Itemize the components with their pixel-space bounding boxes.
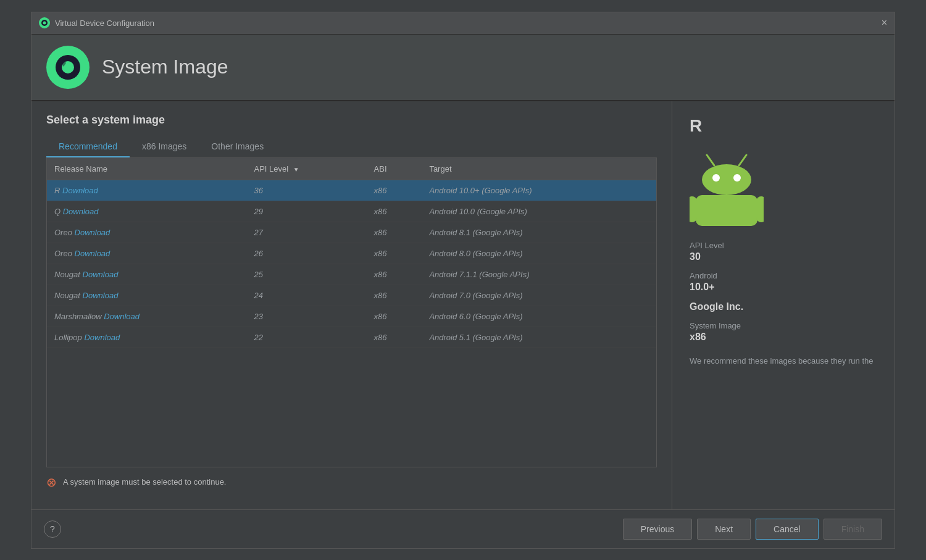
svg-rect-8 <box>702 164 751 195</box>
release-name-text: Oreo <box>54 228 75 237</box>
page-title: System Image <box>102 56 228 78</box>
finish-button[interactable]: Finish <box>824 519 882 540</box>
title-bar-title: Virtual Device Configuration <box>55 19 154 28</box>
warning-text: A system image must be selected to conti… <box>63 477 226 487</box>
abi-cell: x86 <box>367 243 422 264</box>
warning-area: ⊗ A system image must be selected to con… <box>46 467 657 497</box>
left-panel: Select a system image Recommended x86 Im… <box>31 101 672 509</box>
vendor-value: Google Inc. <box>690 301 743 312</box>
api-level-cell: 36 <box>247 180 367 201</box>
android-studio-logo <box>46 46 90 89</box>
download-link[interactable]: Download <box>62 186 98 195</box>
abi-cell: x86 <box>367 285 422 306</box>
download-link[interactable]: Download <box>83 270 119 279</box>
download-link[interactable]: Download <box>75 228 111 237</box>
table-row[interactable]: Oreo Download26x86Android 8.0 (Google AP… <box>47 243 656 264</box>
table-row[interactable]: R Download36x86Android 10.0+ (Google API… <box>47 180 656 201</box>
svg-point-9 <box>712 174 720 182</box>
help-button[interactable]: ? <box>44 520 61 538</box>
footer-left: ? <box>44 520 61 538</box>
col-api-level[interactable]: API Level ▼ <box>247 158 367 180</box>
footer-right: Previous Next Cancel Finish <box>623 519 882 540</box>
table-row[interactable]: Lollipop Download22x86Android 5.1 (Googl… <box>47 327 656 348</box>
release-name-text: Oreo <box>54 249 75 258</box>
abi-cell: x86 <box>367 264 422 285</box>
target-cell: Android 5.1 (Google APIs) <box>422 327 656 348</box>
release-name-text: Lollipop <box>54 333 84 342</box>
target-cell: Android 7.0 (Google APIs) <box>422 285 656 306</box>
section-title: Select a system image <box>46 114 657 127</box>
target-cell: Android 8.1 (Google APIs) <box>422 222 656 243</box>
abi-cell: x86 <box>367 327 422 348</box>
recommend-text: We recommend these images because they r… <box>690 356 873 366</box>
tabs-container: Recommended x86 Images Other Images <box>46 136 657 157</box>
abi-cell: x86 <box>367 222 422 243</box>
col-release-name[interactable]: Release Name <box>47 158 247 180</box>
next-button[interactable]: Next <box>697 519 751 540</box>
close-button[interactable]: × <box>882 18 887 28</box>
target-cell: Android 7.1.1 (Google APIs) <box>422 264 656 285</box>
system-image-label: System Image <box>690 321 741 330</box>
table-row[interactable]: Q Download29x86Android 10.0 (Google APIs… <box>47 201 656 222</box>
download-link[interactable]: Download <box>63 207 99 216</box>
target-cell: Android 6.0 (Google APIs) <box>422 306 656 327</box>
api-level-label: API Level <box>690 241 724 250</box>
cancel-button[interactable]: Cancel <box>756 519 819 540</box>
selected-badge: R <box>690 116 702 136</box>
header-section: System Image <box>31 35 895 101</box>
system-image-table: Release Name API Level ▼ ABI Target <box>46 157 657 467</box>
footer: ? Previous Next Cancel Finish <box>31 509 895 548</box>
download-link[interactable]: Download <box>75 249 111 258</box>
release-name-text: Nougat <box>54 291 83 300</box>
api-level-cell: 22 <box>247 327 367 348</box>
tab-x86images[interactable]: x86 Images <box>130 136 199 157</box>
abi-cell: x86 <box>367 180 422 201</box>
table-row[interactable]: Nougat Download24x86Android 7.0 (Google … <box>47 285 656 306</box>
api-level-cell: 29 <box>247 201 367 222</box>
target-cell: Android 10.0 (Google APIs) <box>422 201 656 222</box>
api-level-cell: 26 <box>247 243 367 264</box>
target-cell: Android 10.0+ (Google APIs) <box>422 180 656 201</box>
android-studio-icon <box>39 17 50 28</box>
title-bar-left: Virtual Device Configuration <box>39 17 154 28</box>
release-name-text: Nougat <box>54 270 83 279</box>
table-row[interactable]: Nougat Download25x86Android 7.1.1 (Googl… <box>47 264 656 285</box>
android-robot-image <box>690 146 764 228</box>
svg-line-6 <box>707 155 714 165</box>
svg-rect-13 <box>756 196 764 222</box>
svg-point-2 <box>43 22 46 25</box>
right-panel: R <box>672 101 895 509</box>
android-version-value: 10.0+ <box>690 282 714 293</box>
svg-point-10 <box>733 174 741 182</box>
abi-cell: x86 <box>367 306 422 327</box>
content-area: Select a system image Recommended x86 Im… <box>31 101 895 509</box>
svg-rect-12 <box>690 196 697 222</box>
title-bar: Virtual Device Configuration × <box>31 12 895 35</box>
abi-cell: x86 <box>367 201 422 222</box>
system-image-value: x86 <box>690 332 706 343</box>
sort-arrow-icon: ▼ <box>293 166 299 173</box>
release-name-text: Marshmallow <box>54 312 104 321</box>
android-label: Android <box>690 271 717 280</box>
api-level-cell: 27 <box>247 222 367 243</box>
col-abi[interactable]: ABI <box>367 158 422 180</box>
dialog: Virtual Device Configuration × System Im… <box>31 12 895 549</box>
tab-recommended[interactable]: Recommended <box>46 136 130 157</box>
download-link[interactable]: Download <box>83 291 119 300</box>
release-name-text: Q <box>54 207 63 216</box>
col-target[interactable]: Target <box>422 158 656 180</box>
tab-otherimages[interactable]: Other Images <box>199 136 276 157</box>
api-level-cell: 25 <box>247 264 367 285</box>
table-row[interactable]: Marshmallow Download23x86Android 6.0 (Go… <box>47 306 656 327</box>
table-row[interactable]: Oreo Download27x86Android 8.1 (Google AP… <box>47 222 656 243</box>
table-header: Release Name API Level ▼ ABI Target <box>47 158 656 180</box>
svg-line-7 <box>739 155 746 165</box>
previous-button[interactable]: Previous <box>623 519 692 540</box>
target-cell: Android 8.0 (Google APIs) <box>422 243 656 264</box>
release-name-text: R <box>54 186 62 195</box>
download-link[interactable]: Download <box>84 333 120 342</box>
api-level-value: 30 <box>690 251 701 262</box>
download-link[interactable]: Download <box>104 312 140 321</box>
api-level-cell: 24 <box>247 285 367 306</box>
warning-icon: ⊗ <box>46 475 57 490</box>
